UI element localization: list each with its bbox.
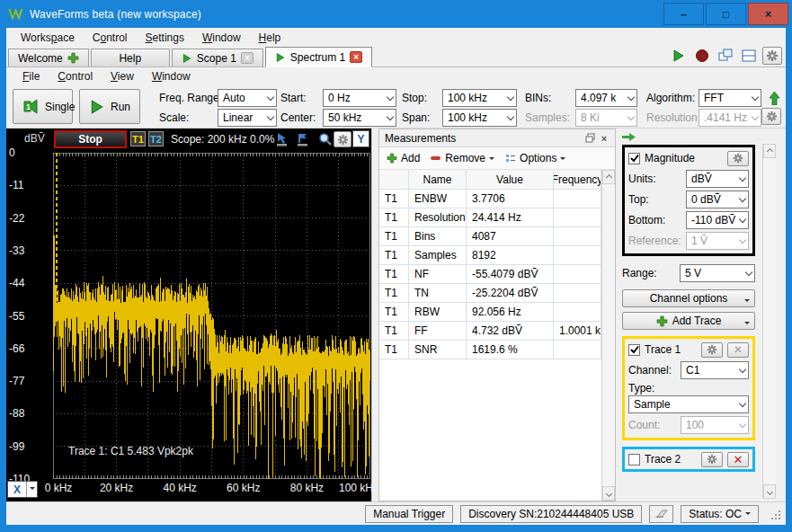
column-header[interactable]: Value — [467, 170, 554, 190]
table-row[interactable]: T1SNR1619.6 % — [379, 341, 601, 359]
scroll-up-icon[interactable] — [763, 144, 776, 158]
scope-source-up-arrow-icon[interactable] — [764, 89, 784, 107]
table-row[interactable]: T1RBW92.056 Hz — [379, 303, 601, 322]
table-row[interactable]: T1ENBW3.7706 — [379, 190, 601, 208]
window-title: WaveForms beta (new workspace) — [30, 8, 201, 21]
menu-item-control[interactable]: Control — [49, 68, 102, 84]
workspace-settings-gear-icon[interactable] — [762, 47, 782, 65]
maximize-button[interactable]: □ — [706, 3, 746, 25]
trace1-channel-select[interactable]: C1 — [681, 361, 749, 379]
remove-measurement-button[interactable]: Remove — [427, 150, 498, 166]
table-row[interactable]: T1TN-25.2204 dBṼ — [379, 284, 601, 303]
float-panel-icon[interactable] — [583, 132, 597, 145]
add-trace-button[interactable]: Add Trace — [622, 312, 755, 330]
marker-tool-icon[interactable] — [294, 131, 311, 147]
toolbar-gear-icon[interactable] — [761, 108, 781, 125]
resize-grip[interactable] — [770, 509, 780, 519]
table-row[interactable]: T1NF-55.4079 dBṼ — [379, 265, 601, 284]
trace1-gear-icon[interactable] — [701, 342, 723, 358]
single-button[interactable]: 1 Single — [13, 89, 73, 124]
add-workspace-icon[interactable] — [67, 52, 79, 64]
y-axis-options-button[interactable]: Y — [352, 130, 369, 147]
menu-item-view[interactable]: View — [102, 68, 143, 84]
trace1-tab[interactable]: T1 — [130, 131, 146, 146]
combo-start[interactable]: 0 Hz — [323, 89, 396, 107]
close-panel-icon[interactable]: × — [597, 132, 611, 145]
channel-options-button[interactable]: Channel options — [622, 289, 755, 307]
run-button[interactable]: Run — [79, 89, 140, 124]
trace1-type-select[interactable]: Sample — [628, 395, 749, 413]
close-spectrum-tab-icon[interactable]: × — [350, 51, 362, 63]
minimize-button[interactable]: – — [663, 3, 704, 25]
combo-algorithm[interactable]: FFT — [699, 89, 761, 107]
device-button[interactable]: Discovery SN:210244448405 USB — [460, 505, 642, 523]
column-header[interactable] — [379, 170, 409, 190]
combo-center[interactable]: 50 kHz — [323, 109, 396, 127]
remove-dropdown-icon[interactable] — [489, 157, 494, 163]
trace2-gear-icon[interactable] — [701, 452, 723, 467]
menu-item-window[interactable]: Window — [193, 30, 250, 46]
trace2-tab[interactable]: T2 — [148, 131, 164, 146]
options-dropdown-icon[interactable] — [560, 157, 565, 163]
combo-stop[interactable]: 100 kHz — [442, 89, 517, 107]
combo-scale[interactable]: Linear — [218, 109, 277, 127]
tile-windows-icon[interactable] — [739, 47, 759, 65]
table-row[interactable]: T1Resolution24.414 Hz — [379, 208, 601, 227]
table-row[interactable]: T1Samples8192 — [379, 246, 601, 265]
eraser-icon[interactable] — [649, 505, 673, 523]
menu-item-window[interactable]: Window — [143, 68, 200, 84]
trace1-checkbox[interactable] — [628, 344, 640, 356]
plot-settings-gear-icon[interactable] — [334, 131, 352, 147]
menu-item-control[interactable]: Control — [84, 30, 137, 46]
spectrum-plot-canvas[interactable] — [53, 153, 370, 479]
tab-spectrum-1[interactable]: Spectrum 1 × — [265, 47, 372, 67]
table-row[interactable]: T1FF4.732 dBṼ1.0001 kHz — [379, 322, 601, 341]
add-measurement-button[interactable]: Add — [383, 150, 423, 166]
instrument-menu-bar: FileControlViewWindow — [6, 67, 786, 85]
panel-splitter[interactable] — [371, 129, 378, 501]
y-tick-label: -22 — [9, 212, 24, 225]
close-scope-tab-icon[interactable]: × — [241, 52, 254, 64]
menu-item-help[interactable]: Help — [250, 30, 290, 46]
collapse-panel-arrow-icon[interactable] — [622, 132, 636, 142]
bottom-select[interactable]: -110 dBṼ — [686, 211, 749, 229]
status-button[interactable]: Status: OC — [681, 505, 759, 523]
menu-item-workspace[interactable]: Workspace — [12, 30, 84, 46]
measurements-scrollbar[interactable] — [601, 170, 615, 501]
tab-welcome[interactable]: Welcome — [8, 49, 89, 66]
cursor-tool-icon[interactable] — [273, 131, 290, 147]
trace2-remove-icon[interactable]: ✕ — [727, 452, 749, 467]
column-header[interactable]: Name — [409, 170, 467, 190]
range-select[interactable]: 5 V — [680, 264, 755, 282]
menu-item-settings[interactable]: Settings — [137, 30, 193, 46]
settings-scrollbar[interactable] — [762, 144, 776, 499]
scroll-up-icon[interactable] — [602, 170, 615, 184]
trace2-checkbox[interactable] — [628, 454, 640, 466]
x-axis-options-button[interactable]: X — [7, 481, 38, 498]
scroll-down-icon[interactable] — [602, 486, 615, 501]
magnitude-checkbox[interactable] — [628, 153, 640, 164]
x-axis-dropdown-icon[interactable] — [26, 482, 37, 497]
combo-bins[interactable]: 4.097 k — [575, 89, 637, 107]
record-icon[interactable] — [692, 47, 712, 65]
menu-item-file[interactable]: File — [13, 68, 49, 84]
manual-trigger-button[interactable]: Manual Trigger — [365, 505, 453, 523]
tab-help[interactable]: Help — [91, 49, 170, 66]
table-row[interactable]: T1Bins4087 — [379, 227, 601, 246]
cascade-windows-icon[interactable] — [716, 47, 735, 65]
combo-freq-range[interactable]: Auto — [218, 89, 277, 107]
trace1-remove-icon[interactable]: ✕ — [727, 342, 749, 358]
magnitude-gear-icon[interactable] — [727, 151, 749, 166]
close-button[interactable]: × — [748, 3, 788, 25]
options-button[interactable]: Options — [502, 150, 569, 166]
combo-span[interactable]: 100 kHz — [442, 109, 517, 127]
run-all-icon[interactable] — [669, 47, 689, 65]
table-cell: TN — [409, 284, 467, 303]
column-header[interactable]: Frequency — [554, 170, 601, 190]
top-select[interactable]: 0 dBṼ — [686, 191, 749, 208]
tab-scope-1[interactable]: Scope 1 × — [172, 49, 263, 66]
stop-button[interactable]: Stop — [54, 130, 127, 148]
scroll-down-icon[interactable] — [763, 484, 776, 499]
units-select[interactable]: dBṼ — [686, 170, 749, 188]
zoom-tool-icon[interactable] — [316, 131, 334, 147]
